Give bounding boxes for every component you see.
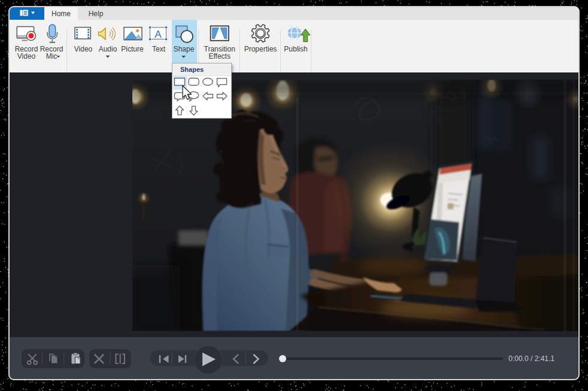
svg-text:A: A — [154, 29, 162, 40]
